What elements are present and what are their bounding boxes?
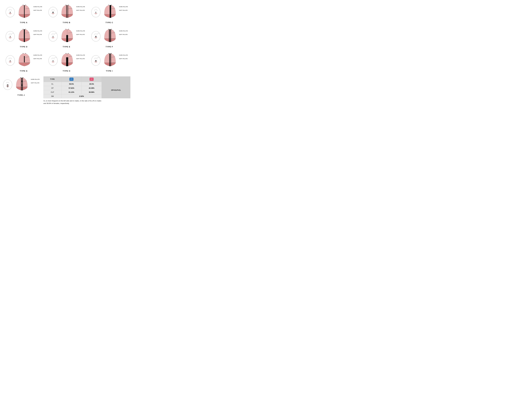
type-g-face [5,55,15,66]
type-e-face [48,31,58,42]
hard-palate-label-f: HARD PALATE [119,30,128,32]
svg-line-58 [94,34,95,35]
male-cl: 59.5% [61,82,82,86]
type-b-label: TYPE B [63,21,70,24]
hard-palate-label-e: HARD PALATE [76,30,85,32]
type-j-palate [14,76,30,93]
female-cl: 40.5% [82,82,102,86]
type-c-palate [102,4,118,20]
type-g-label: TYPE G [20,70,27,72]
svg-point-57 [91,31,100,41]
svg-line-34 [12,34,12,35]
type-sm: SM [43,94,61,98]
svg-line-2 [12,10,12,11]
col-female-header: ♀ [82,77,102,82]
type-e-palate [59,28,75,45]
type-a-face [5,6,15,18]
svg-point-84 [55,57,55,58]
svg-rect-91 [66,57,68,66]
hard-palate-label-b: HARD PALATE [76,6,85,7]
type-f-cell: HARD PALATE SOFT PALATE TYPE F [88,27,130,49]
soft-palate-label-b: SOFT PALATE [76,10,85,11]
type-h-face [48,55,58,66]
type-g-cell: HARD PALATE SOFT PALATE TYPE G [2,51,45,73]
svg-rect-105 [110,53,111,66]
svg-line-11 [52,10,52,11]
statistics-table: TYPE ♂ ♀ CL 59.5% 40.5% [43,76,130,98]
svg-line-33 [9,34,9,35]
type-i-palate [102,52,118,69]
svg-line-110 [9,83,9,83]
type-cp: CP [43,86,61,90]
result-cell: CP>CLP>CL [102,82,130,98]
svg-rect-120 [21,81,23,82]
svg-point-48 [56,33,56,34]
type-d-palate [16,28,33,45]
svg-line-82 [52,59,52,59]
svg-line-109 [6,83,6,83]
soft-palate-label-g: SOFT PALATE [33,58,42,59]
type-b-face [48,6,58,18]
svg-rect-121 [21,85,23,85]
svg-line-46 [54,34,55,35]
male-clp: 61.12% [61,90,82,94]
svg-point-85 [56,57,56,58]
type-c-face [91,6,101,18]
soft-palate-label-h: SOFT PALATE [76,58,85,59]
hard-palate-label-d: HARD PALATE [33,30,42,32]
hard-palate-label-g: HARD PALATE [33,54,42,56]
type-b-cell: HARD PALATE SOFT PALATE TYPE B [45,2,88,25]
col-result-header [102,77,130,82]
type-e-cell: HARD PALATE SOFT PALATE TYPE E [45,27,88,49]
footnote-text: CL is more frequent on the left side and… [43,100,102,105]
type-f-palate [102,28,118,45]
col-male-header: ♂ [61,77,82,82]
svg-point-97 [97,57,98,58]
hard-palate-label-h: HARD PALATE [76,54,85,56]
type-a-cell: HARD PALATE SOFT PALATE TYPE A [2,2,45,25]
type-h-palate [59,52,75,69]
svg-line-24 [97,10,97,11]
type-f-label: TYPE F [106,46,113,48]
type-c-label: TYPE C [105,21,113,24]
soft-palate-label-a: SOFT PALATE [33,10,42,11]
svg-point-35 [12,33,12,34]
type-i-cell: HARD PALATE SOFT PALATE TYPE I [88,51,130,73]
svg-rect-29 [109,5,111,18]
hard-palate-label-j: HARD PALATE [31,79,40,80]
type-a-palate [16,4,33,20]
type-j-face [2,79,13,91]
hard-palate-label-i: HARD PALATE [119,54,128,56]
male-icon: ♂ [69,78,74,81]
svg-point-10 [49,7,57,17]
svg-point-98 [98,57,99,58]
female-icon: ♀ [89,78,94,81]
svg-rect-119 [22,78,23,91]
type-b-palate [59,4,75,20]
svg-point-47 [55,33,55,34]
bottom-section: HARD PALATE SOFT PALATE TYPE J TYPE [2,76,130,105]
type-a-label: TYPE A [20,21,27,24]
type-h-cell: HARD PALATE SOFT PALATE TYPE H [45,51,88,73]
svg-line-45 [52,34,52,35]
type-d-label: TYPE D [20,46,27,48]
soft-palate-label-d: SOFT PALATE [33,34,42,35]
svg-rect-68 [110,29,111,42]
type-f-face [91,31,101,42]
male-cp: 57.62% [61,86,82,90]
svg-rect-118 [21,78,22,91]
svg-point-36 [13,33,14,34]
sm-combined: 2.52% [61,94,102,98]
soft-palate-label-j: SOFT PALATE [31,82,40,84]
col-type-header: TYPE [43,77,61,82]
female-cp: 42.38% [82,86,102,90]
svg-rect-41 [24,29,25,42]
svg-point-108 [3,79,12,90]
svg-line-83 [54,59,55,59]
data-section: TYPE ♂ ♀ CL 59.5% 40.5% [43,76,130,105]
type-h-label: TYPE H [63,70,70,72]
svg-rect-78 [24,56,25,62]
type-j-label: TYPE J [17,94,25,96]
svg-point-60 [97,33,98,34]
type-g-palate [16,52,33,69]
